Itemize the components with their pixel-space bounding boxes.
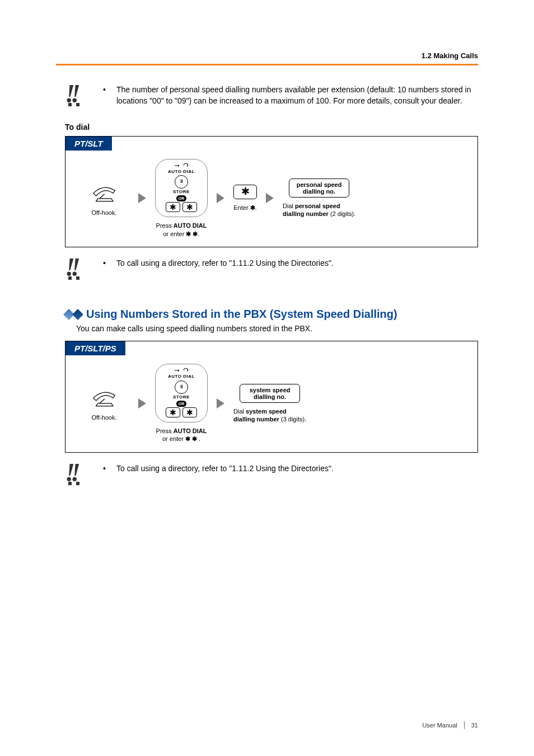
or-badge: OR xyxy=(176,401,187,407)
step-caption: Enter ✱. xyxy=(233,204,256,212)
page-content: !! • The number of personal speed dialli… xyxy=(65,84,478,482)
note-block-3: !! • To call using a directory, refer to… xyxy=(65,463,478,482)
pause-key-icon: ⏸ xyxy=(175,381,188,394)
diamond-icon xyxy=(72,309,83,320)
autodial-button-group: AUTO DIAL ⏸ STORE OR ✱ ✱ xyxy=(155,364,208,422)
autodial-label: AUTO DIAL xyxy=(168,169,195,175)
arrow-icon xyxy=(217,193,224,203)
diagram-tab-label: PT/SLT xyxy=(65,137,112,151)
step-offhook: Off-hook. xyxy=(79,385,129,422)
note-text: • To call using a directory, refer to "1… xyxy=(103,463,478,474)
star-key-icon: ✱ xyxy=(182,202,197,212)
star-key-icon: ✱ xyxy=(233,185,257,199)
or-badge: OR xyxy=(176,195,187,201)
bullet-dot: • xyxy=(103,257,107,269)
notice-icon: !! xyxy=(65,463,90,482)
star-key-pair: ✱ ✱ xyxy=(166,407,197,417)
step-autodial: AUTO DIAL ⏸ STORE OR ✱ ✱ Press AUTO DIAL… xyxy=(155,364,208,443)
bullet-item: • To call using a directory, refer to "1… xyxy=(103,257,478,269)
header-divider xyxy=(56,64,478,65)
step-offhook: Off-hook. xyxy=(79,180,129,217)
step-row: Off-hook. AUTO DIAL ⏸ STORE OR xyxy=(79,159,464,238)
bullet-dot: • xyxy=(103,463,107,474)
step-caption: Press AUTO DIAL or enter ✱ ✱. xyxy=(156,222,207,238)
phone-offhook-icon xyxy=(91,180,118,204)
redial-arrows-icon xyxy=(174,163,189,168)
page-footer: User Manual 31 xyxy=(422,721,478,729)
pause-key-icon: ⏸ xyxy=(175,175,188,189)
step-autodial: AUTO DIAL ⏸ STORE OR ✱ ✱ Press AUTO DIAL… xyxy=(155,159,208,238)
section-heading: Using Numbers Stored in the PBX (System … xyxy=(86,308,397,321)
section-intro: You can make calls using speed dialling … xyxy=(76,324,478,333)
arrow-icon xyxy=(138,193,146,203)
arrow-icon xyxy=(217,398,224,408)
phone-offhook-icon xyxy=(91,385,118,409)
svg-line-0 xyxy=(100,194,105,198)
step-caption: Off-hook. xyxy=(91,209,116,217)
store-label: STORE xyxy=(173,395,190,400)
section-heading-row: Using Numbers Stored in the PBX (System … xyxy=(65,308,478,321)
breadcrumb-text: 1.2 Making Calls xyxy=(421,51,478,60)
step-system-speed: system speeddialling no. Dial system spe… xyxy=(233,384,306,424)
speed-dial-input-icon: personal speeddialling no. xyxy=(289,179,349,198)
star-key-icon: ✱ xyxy=(182,407,197,417)
notice-icon: !! xyxy=(65,257,90,276)
redial-arrows-icon xyxy=(174,368,189,373)
section-to-dial-title: To dial xyxy=(65,123,478,132)
diagram-tab-label: PT/SLT/PS xyxy=(65,341,125,355)
svg-line-1 xyxy=(100,399,105,403)
note1-body: The number of personal speed dialling nu… xyxy=(116,84,478,107)
star-key-icon: ✱ xyxy=(166,202,180,212)
note-text: • The number of personal speed dialling … xyxy=(103,84,478,107)
autodial-button-group: AUTO DIAL ⏸ STORE OR ✱ ✱ xyxy=(155,159,208,218)
step-caption: Dial personal speed dialling number (2 d… xyxy=(283,202,355,218)
bullet-dot: • xyxy=(103,84,107,107)
step-enter-star: ✱ Enter ✱. xyxy=(233,185,257,212)
footer-divider xyxy=(464,721,465,729)
step-caption: Press AUTO DIAL or enter ✱ ✱ . xyxy=(156,427,207,443)
store-label: STORE xyxy=(173,189,190,195)
note-text: • To call using a directory, refer to "1… xyxy=(103,257,478,269)
autodial-label: AUTO DIAL xyxy=(168,374,195,379)
diagram-system-speed: PT/SLT/PS Off-hook. xyxy=(65,341,478,452)
step-speed-dial-no: personal speeddialling no. Dial personal… xyxy=(283,179,355,218)
note-block-2: !! • To call using a directory, refer to… xyxy=(65,257,478,276)
star-key-icon: ✱ xyxy=(166,407,180,417)
step-caption: Dial system speed dialling number (3 dig… xyxy=(233,407,306,424)
header-breadcrumb: 1.2 Making Calls xyxy=(421,51,478,60)
notice-icon: !! xyxy=(65,84,90,103)
bullet-item: • To call using a directory, refer to "1… xyxy=(103,463,478,474)
footer-label: User Manual xyxy=(422,722,457,729)
bullet-item: • The number of personal speed dialling … xyxy=(103,84,478,107)
speed-dial-input-icon: system speeddialling no. xyxy=(240,384,300,403)
note2-body: To call using a directory, refer to "1.1… xyxy=(116,257,334,269)
note-block-1: !! • The number of personal speed dialli… xyxy=(65,84,478,107)
diagram-to-dial: PT/SLT Off-hook. xyxy=(65,136,478,247)
diamond-bullets-icon xyxy=(65,311,82,318)
arrow-icon xyxy=(138,398,146,408)
page-number: 31 xyxy=(471,722,478,729)
arrow-icon xyxy=(266,193,274,203)
star-key-pair: ✱ ✱ xyxy=(166,202,197,212)
step-caption: Off-hook. xyxy=(91,414,116,421)
note3-body: To call using a directory, refer to "1.1… xyxy=(116,463,334,474)
step-row: Off-hook. AUTO DIAL ⏸ STORE OR xyxy=(79,364,464,443)
